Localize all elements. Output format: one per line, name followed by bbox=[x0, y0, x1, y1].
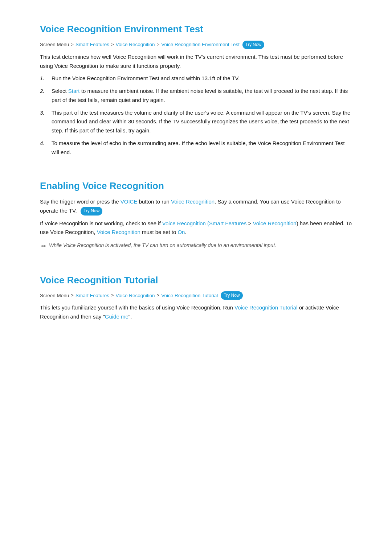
breadcrumb-voice-recognition-3[interactable]: Voice Recognition bbox=[116, 292, 155, 300]
step-content-2: Select Start to measure the ambient nois… bbox=[52, 87, 352, 105]
step-3: 3. This part of the test measures the vo… bbox=[40, 108, 352, 135]
page-container: Voice Recognition Environment Test Scree… bbox=[18, 0, 374, 365]
sep-5: > bbox=[111, 292, 114, 299]
try-now-badge-3[interactable]: Try Now bbox=[221, 291, 242, 300]
smart-features-link-2[interactable]: Smart Features bbox=[209, 220, 246, 226]
sep-2: > bbox=[111, 41, 114, 49]
voice-link-1[interactable]: VOICE bbox=[121, 198, 138, 205]
sep-6: > bbox=[157, 292, 160, 299]
voice-recognition-link-4[interactable]: Voice Recognition bbox=[97, 229, 140, 235]
enabling-voice-second: If Voice Recognition is not working, che… bbox=[40, 219, 352, 237]
section-title-environment-test: Voice Recognition Environment Test bbox=[40, 15, 352, 37]
sep-1: > bbox=[71, 41, 74, 49]
step-4: 4. To measure the level of echo in the s… bbox=[40, 139, 352, 157]
section-environment-test: Voice Recognition Environment Test Scree… bbox=[40, 15, 352, 157]
step-num-3: 3. bbox=[40, 108, 46, 135]
step-1: 1. Run the Voice Recognition Environment… bbox=[40, 74, 352, 83]
step-num-2: 2. bbox=[40, 87, 46, 105]
try-now-badge-1[interactable]: Try Now bbox=[242, 41, 264, 49]
note-block-1: ✏ While Voice Recognition is activated, … bbox=[40, 241, 352, 251]
env-test-intro: This test determines how well Voice Reco… bbox=[40, 53, 352, 71]
breadcrumb-env-test[interactable]: Voice Recognition Environment Test bbox=[161, 41, 240, 49]
breadcrumb-voice-recognition-1[interactable]: Voice Recognition bbox=[116, 41, 155, 49]
voice-recognition-link-1[interactable]: Voice Recognition bbox=[171, 198, 215, 205]
section-title-tutorial: Voice Recognition Tutorial bbox=[40, 266, 352, 288]
step-num-1: 1. bbox=[40, 74, 46, 83]
section-tutorial: Voice Recognition Tutorial Screen Menu >… bbox=[40, 266, 352, 321]
voice-recognition-link-3[interactable]: Voice Recognition bbox=[253, 220, 297, 226]
voice-recognition-link-2[interactable]: Voice Recognition ( bbox=[162, 220, 209, 226]
step-num-4: 4. bbox=[40, 139, 46, 157]
step-2: 2. Select Start to measure the ambient n… bbox=[40, 87, 352, 105]
step-content-1: Run the Voice Recognition Environment Te… bbox=[52, 74, 352, 83]
enabling-voice-intro: Say the trigger word or press the VOICE … bbox=[40, 197, 352, 216]
breadcrumb-screen-menu-2: Screen Menu bbox=[40, 292, 69, 300]
breadcrumb-smart-features-1[interactable]: Smart Features bbox=[75, 41, 109, 49]
sep-3: > bbox=[157, 41, 160, 49]
breadcrumb-tutorial: Screen Menu > Smart Features > Voice Rec… bbox=[40, 291, 352, 300]
try-now-badge-2[interactable]: Try Now bbox=[81, 207, 102, 216]
section-title-enabling-voice: Enabling Voice Recognition bbox=[40, 171, 352, 194]
env-test-steps: 1. Run the Voice Recognition Environment… bbox=[40, 74, 352, 157]
guide-me-link[interactable]: Guide me bbox=[105, 313, 128, 320]
on-link[interactable]: On bbox=[177, 229, 185, 235]
sep-4: > bbox=[71, 292, 74, 299]
breadcrumb-screen-menu: Screen Menu bbox=[40, 41, 69, 49]
breadcrumb-smart-features-3[interactable]: Smart Features bbox=[75, 292, 109, 300]
step-content-3: This part of the test measures the volum… bbox=[52, 108, 352, 135]
start-link[interactable]: Start bbox=[68, 88, 80, 94]
breadcrumb-tutorial-link[interactable]: Voice Recognition Tutorial bbox=[161, 292, 218, 300]
section-enabling-voice: Enabling Voice Recognition Say the trigg… bbox=[40, 171, 352, 251]
note-text-1: While Voice Recognition is activated, th… bbox=[49, 241, 276, 249]
tutorial-intro: This lets you familiarize yourself with … bbox=[40, 303, 352, 321]
breadcrumb-environment-test: Screen Menu > Smart Features > Voice Rec… bbox=[40, 41, 352, 49]
pencil-icon: ✏ bbox=[41, 242, 46, 251]
tutorial-link-1[interactable]: Voice Recognition Tutorial bbox=[234, 304, 297, 311]
step-content-4: To measure the level of echo in the surr… bbox=[52, 139, 352, 157]
